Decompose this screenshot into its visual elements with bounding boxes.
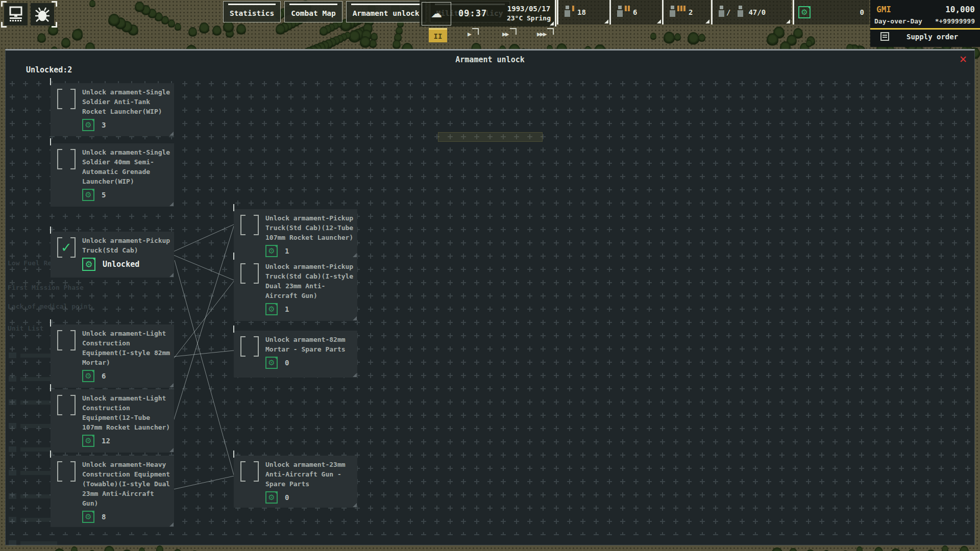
resize-corner-icon [353,316,357,320]
tree-blob [174,549,182,551]
tier-III-marks [677,6,685,11]
unlock-count: 8 [102,513,106,521]
tree-blob [942,545,948,551]
unlock-points-counter[interactable]: ⚙ 0 [793,0,869,24]
armament-gear-icon: ⚙ [265,357,278,369]
tree-blob [806,40,812,48]
tech-node[interactable]: ✓Unlock armament-Pickup Truck(Std Cab)⚙U… [51,232,174,278]
tree-blob [135,2,144,13]
weather-button[interactable]: ☁ [422,2,451,26]
node-title: Unlock armament-Pickup Truck(Std Cab)(I-… [265,262,356,300]
bug-icon [35,6,50,22]
node-body: Unlock armament-Heavy Construction Equip… [82,456,174,525]
node-body: Unlock armament-Light Construction Equip… [82,389,174,449]
panel-title: Armament unlock [6,55,974,64]
tree-blob [674,33,681,42]
pause-button[interactable]: II [429,28,447,42]
tech-node[interactable]: Unlock armament-23mm Anti-Aircraft Gun -… [234,456,357,508]
tree-blob [199,22,209,35]
tree-blob [37,33,46,44]
node-status-row: ⚙0 [265,491,355,504]
computer-icon [8,6,23,22]
unit-counter-tier-I[interactable]: 18 [557,0,609,24]
checkbox-icon [240,263,259,284]
tech-node[interactable]: Unlock armament-Heavy Construction Equip… [51,456,174,527]
tree-blob [89,0,95,8]
armament-unlock-panel: Low Fuel ReservesFirst Mission PhaseLack… [5,49,975,545]
tech-node[interactable]: Unlock armament-Light Construction Equip… [51,389,174,453]
tree-blob [320,27,328,37]
system-menu-button[interactable] [4,3,28,26]
node-body: Unlock armament-Single Soldier 40mm Semi… [82,143,174,203]
node-tick [233,204,234,211]
unit-count-value: 18 [577,8,586,16]
nav-button-statistics[interactable]: Statistics [223,1,281,22]
tree-blob [108,14,120,28]
tech-node[interactable]: Unlock armament-Pickup Truck(Std Cab)(I-… [234,258,357,321]
reserve-soldier-icon [737,6,744,19]
node-title: Unlock armament-Heavy Construction Equip… [82,460,173,508]
checkbox-icon [57,149,76,169]
tech-node[interactable]: Unlock armament-Single Soldier 40mm Semi… [51,143,174,207]
node-status-row: ⚙3 [82,119,172,131]
tier-II-marks [625,6,630,11]
unlock-count: 6 [102,372,106,380]
tree-blob [789,548,797,551]
tech-node[interactable]: Unlock armament-Single Soldier Anti-Tank… [51,83,174,136]
date-display: 1993/05/17 [507,5,551,13]
tree-blob [698,34,705,43]
resize-corner-icon [169,383,174,387]
node-title: Unlock armament-Pickup Truck(Std Cab) [82,236,173,255]
deployment-value: 47/0 [748,8,766,16]
node-tick [233,450,234,458]
tree-blob [61,38,70,49]
nav-button-combat-map[interactable]: Combat Map [284,1,342,22]
tech-node[interactable]: Unlock armament-Pickup Truck(Std Cab)(12… [234,209,357,258]
node-title: Unlock armament-Single Soldier Anti-Tank… [82,87,173,116]
node-title: Unlock armament-Light Construction Equip… [82,329,173,367]
armament-gear-icon: ⚙ [82,511,94,523]
cell-corner-icon [550,21,554,26]
tech-node[interactable]: Unlock armament-82mm Mortar - Spare Part… [234,331,357,378]
tree-blob [212,26,222,37]
node-body: Unlock armament-Light Construction Equip… [82,324,174,384]
node-tick [233,253,234,260]
fast-forward-button[interactable]: ▶▶ [500,29,510,39]
deployment-counter[interactable]: / 47/0 [711,0,791,24]
unit-counter-tier-III[interactable]: 2 [662,0,710,24]
tree-blob [960,546,969,551]
tree-blob [175,23,181,32]
armament-gear-icon: ⚙ [82,189,94,201]
day-over-day-label: Day-over-Day [874,17,922,25]
node-body: Unlock armament-Single Soldier Anti-Tank… [82,83,174,133]
tree-blob [188,27,197,38]
unlock-count: 3 [102,121,106,129]
day-over-day-value: *+99999999 [935,17,975,25]
fastest-forward-button[interactable]: ▶▶▶ [535,29,548,39]
tree-blob [767,33,778,47]
checkbox-icon [240,336,259,357]
cell-corner-icon [604,19,608,23]
node-status-row: ⚙6 [82,370,172,382]
armament-gear-icon: ⚙ [798,6,811,18]
node-status-row: ⚙1 [265,245,355,257]
time-display: 09:37 [458,8,487,18]
node-body: Unlock armament-82mm Mortar - Spare Part… [265,331,357,371]
node-status-row: ⚙Unlocked [82,258,172,271]
checkbox-icon [57,89,76,109]
supply-order-button[interactable]: Supply order [870,30,980,41]
play-button[interactable]: ▶ [465,29,473,39]
close-button[interactable]: ✕ [959,54,967,65]
economy-panel: GMI 10,000 Day-over-Day *+99999999 Suppl… [870,0,980,47]
unit-counter-tier-II[interactable]: 6 [609,0,662,24]
tech-node[interactable]: Unlock armament-Light Construction Equip… [51,324,174,388]
supply-order-label: Supply order [906,33,958,41]
resize-corner-icon [169,202,174,206]
node-tick [50,227,51,234]
nav-button-armament-unlock[interactable]: Armament unlock [346,1,426,22]
gmi-value: 10,000 [945,5,975,14]
node-tick [50,78,51,85]
armament-gear-icon: ⚙ [82,435,94,447]
tree-blob [771,547,783,551]
debug-menu-button[interactable] [31,3,54,26]
